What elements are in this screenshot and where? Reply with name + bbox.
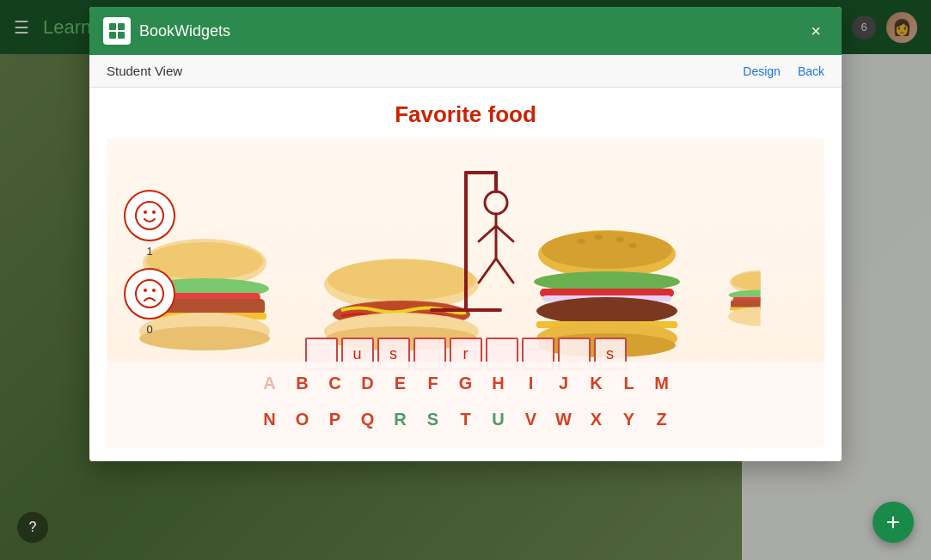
svg-point-26 (536, 297, 677, 325)
student-view-label: Student View (107, 64, 182, 78)
modal-header: BookWidgets × (89, 7, 842, 55)
svg-point-36 (728, 307, 793, 326)
keyboard-row-1: A B C D E F G H I J K L M (124, 367, 807, 399)
hangman-drawing (397, 155, 535, 327)
modal-body: Favorite food (89, 88, 842, 461)
key-B[interactable]: B (289, 367, 316, 399)
svg-point-31 (732, 272, 790, 291)
key-P[interactable]: P (322, 403, 349, 435)
svg-line-51 (479, 259, 496, 283)
modal-brand-area: BookWidgets (103, 17, 230, 45)
key-I[interactable]: I (518, 367, 545, 399)
key-X[interactable]: X (583, 403, 610, 435)
bookwidgets-modal: BookWidgets × Student View Design Back F… (89, 7, 842, 461)
key-J[interactable]: J (550, 367, 578, 399)
svg-point-41 (144, 289, 147, 292)
key-N[interactable]: N (256, 403, 284, 435)
key-S[interactable]: S (420, 403, 447, 435)
sad-count: 0 (146, 323, 152, 336)
key-A[interactable]: A (256, 367, 284, 399)
key-K[interactable]: K (583, 367, 610, 399)
key-Q[interactable]: Q (354, 403, 382, 435)
key-R[interactable]: R (387, 403, 414, 435)
svg-point-38 (144, 210, 147, 214)
svg-point-42 (152, 289, 156, 292)
svg-point-19 (577, 239, 585, 244)
key-U[interactable]: U (485, 403, 512, 435)
svg-line-50 (496, 226, 513, 241)
key-G[interactable]: G (452, 367, 480, 399)
svg-line-52 (496, 259, 513, 283)
key-D[interactable]: D (354, 367, 382, 399)
keyboard-area: A B C D E F G H I J K L M (107, 362, 824, 447)
key-O[interactable]: O (289, 403, 316, 435)
game-area: 1 0 (107, 138, 824, 447)
modal-subheader-actions: Design Back (743, 64, 824, 78)
keyboard-row-2: N O P Q R S T U V W X Y Z (124, 403, 807, 435)
key-C[interactable]: C (322, 367, 349, 399)
key-Z[interactable]: Z (648, 403, 676, 435)
key-E[interactable]: E (387, 367, 414, 399)
key-L[interactable]: L (616, 367, 643, 399)
help-button[interactable]: ? (17, 512, 48, 543)
modal-overlay: BookWidgets × Student View Design Back F… (0, 0, 931, 560)
add-fab-button[interactable]: + (873, 502, 914, 543)
svg-rect-0 (109, 23, 116, 30)
key-M[interactable]: M (648, 367, 676, 399)
svg-rect-2 (109, 32, 116, 39)
svg-point-40 (136, 280, 163, 307)
key-T[interactable]: T (452, 403, 480, 435)
sandwich-right-partial (726, 237, 795, 366)
svg-point-21 (616, 237, 624, 242)
game-title: Favorite food (107, 101, 824, 128)
svg-rect-34 (731, 301, 791, 308)
rating-panel: 1 0 (124, 190, 175, 336)
modal-close-button[interactable]: × (804, 19, 828, 43)
svg-rect-3 (118, 32, 125, 39)
svg-point-18 (542, 231, 672, 269)
svg-line-49 (479, 226, 496, 241)
happy-count: 1 (146, 245, 152, 258)
key-H[interactable]: H (485, 367, 512, 399)
modal-subheader: Student View Design Back (89, 55, 842, 88)
svg-point-39 (152, 210, 156, 214)
key-V[interactable]: V (518, 403, 545, 435)
key-W[interactable]: W (550, 403, 578, 435)
key-Y[interactable]: Y (616, 403, 643, 435)
svg-point-20 (594, 234, 603, 240)
back-link[interactable]: Back (798, 64, 824, 78)
svg-point-37 (136, 202, 163, 229)
sad-rating-button[interactable] (124, 268, 175, 320)
svg-point-47 (485, 192, 507, 214)
svg-rect-1 (118, 23, 125, 30)
svg-point-22 (628, 243, 637, 248)
modal-brand-name: BookWidgets (139, 22, 230, 40)
happy-rating-button[interactable] (124, 190, 175, 241)
bookwidgets-logo (103, 17, 131, 45)
design-link[interactable]: Design (743, 64, 781, 78)
key-F[interactable]: F (420, 367, 447, 399)
